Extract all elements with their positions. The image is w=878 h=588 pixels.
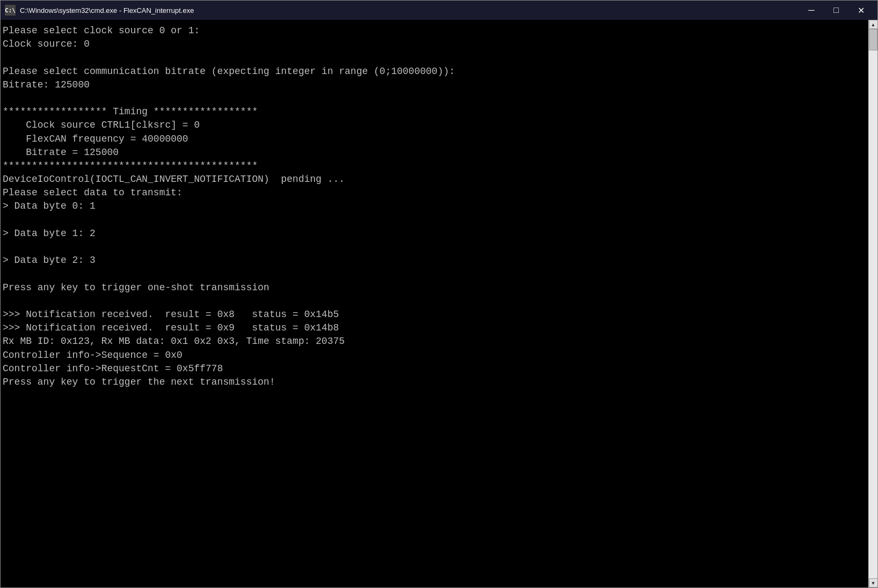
terminal-line-16: > Data byte 1: 2 bbox=[3, 228, 96, 239]
terminal-output[interactable]: Please select clock source 0 or 1: Clock… bbox=[1, 20, 868, 587]
terminal-line-12: DeviceIoControl(IOCTL_CAN_INVERT_NOTIFIC… bbox=[3, 174, 345, 185]
window-icon: C:\ bbox=[5, 5, 16, 16]
window-controls: ─ □ ✕ bbox=[799, 1, 873, 20]
terminal-line-5: Bitrate: 125000 bbox=[3, 79, 90, 90]
terminal-line-1: Please select clock source 0 or 1: bbox=[3, 25, 200, 36]
terminal-line-24: Rx MB ID: 0x123, Rx MB data: 0x1 0x2 0x3… bbox=[3, 336, 345, 347]
title-bar: C:\ C:\Windows\system32\cmd.exe - FlexCA… bbox=[1, 1, 877, 20]
terminal-line-11: ****************************************… bbox=[3, 160, 258, 171]
cmd-window: C:\ C:\Windows\system32\cmd.exe - FlexCA… bbox=[0, 0, 878, 588]
window-title: C:\Windows\system32\cmd.exe - FlexCAN_in… bbox=[20, 6, 799, 14]
terminal-line-7: ****************** Timing **************… bbox=[3, 106, 258, 117]
terminal-line-26: Controller info->RequestCnt = 0x5ff778 bbox=[3, 363, 223, 374]
scrollbar-up-arrow[interactable]: ▲ bbox=[869, 20, 878, 29]
terminal-line-25: Controller info->Sequence = 0x0 bbox=[3, 350, 182, 361]
terminal-line-27: Press any key to trigger the next transm… bbox=[3, 377, 275, 387]
terminal-line-8: Clock source CTRL1[clksrc] = 0 bbox=[3, 120, 200, 130]
terminal-line-4: Please select communication bitrate (exp… bbox=[3, 66, 455, 77]
scrollbar-track[interactable] bbox=[869, 29, 877, 578]
terminal-line-2: Clock source: 0 bbox=[3, 39, 90, 49]
minimize-button[interactable]: ─ bbox=[799, 1, 824, 20]
scrollbar-thumb[interactable] bbox=[869, 29, 877, 50]
terminal-line-14: > Data byte 0: 1 bbox=[3, 201, 96, 211]
close-button[interactable]: ✕ bbox=[848, 1, 873, 20]
vertical-scrollbar[interactable]: ▲ ▼ bbox=[868, 20, 877, 587]
terminal-line-23: >>> Notification received. result = 0x9 … bbox=[3, 322, 339, 333]
terminal-line-9: FlexCAN frequency = 40000000 bbox=[3, 134, 188, 144]
window-body: Please select clock source 0 or 1: Clock… bbox=[1, 20, 877, 587]
maximize-button[interactable]: □ bbox=[824, 1, 848, 20]
terminal-line-22: >>> Notification received. result = 0x8 … bbox=[3, 309, 339, 320]
terminal-line-13: Please select data to transmit: bbox=[3, 187, 182, 198]
terminal-line-10: Bitrate = 125000 bbox=[3, 147, 119, 158]
scrollbar-down-arrow[interactable]: ▼ bbox=[869, 578, 878, 587]
terminal-line-20: Press any key to trigger one-shot transm… bbox=[3, 282, 269, 293]
terminal-line-18: > Data byte 2: 3 bbox=[3, 255, 96, 266]
